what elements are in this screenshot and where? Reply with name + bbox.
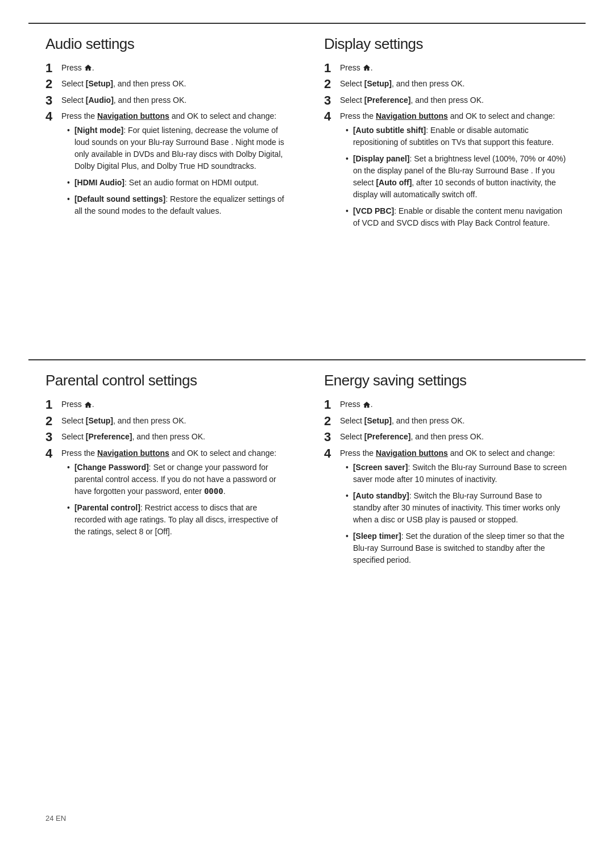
display-step-4-content: Press the Navigation buttons and OK to s… xyxy=(340,110,569,234)
audio-step-3: 3 Select [Audio], and then press OK. xyxy=(45,94,290,108)
audio-bullet-1-text: [Night mode]: For quiet listening, decre… xyxy=(74,124,290,172)
parental-bullet-2: [Parental control]: Restrict access to d… xyxy=(67,502,290,538)
audio-step-3-content: Select [Audio], and then press OK. xyxy=(61,94,186,106)
energy-settings-title: Energy saving settings xyxy=(324,372,569,389)
home-icon-energy xyxy=(363,401,371,409)
step-number-2: 2 xyxy=(45,77,61,92)
energy-bullet-2: [Auto standby]: Switch the Blu-ray Surro… xyxy=(346,490,569,526)
audio-settings-title: Audio settings xyxy=(45,35,290,53)
audio-step-1: 1 Press . xyxy=(45,62,290,76)
parental-step-number-1: 1 xyxy=(45,397,61,412)
parental-bullet-1: [Change Password]: Set or change your pa… xyxy=(67,462,290,497)
display-bullet-2: [Display panel]: Set a brightness level … xyxy=(346,153,569,201)
energy-step-4: 4 Press the Navigation buttons and OK to… xyxy=(324,447,569,571)
display-bullet-list: [Auto subtitle shift]: Enable or disable… xyxy=(346,124,569,229)
audio-bullet-3: [Default sound settings]: Restore the eq… xyxy=(67,193,290,217)
parental-step-2-content: Select [Setup], and then press OK. xyxy=(61,415,186,427)
display-settings-section: Display settings 1 Press . 2 Select [Set… xyxy=(307,23,586,359)
home-icon-display xyxy=(363,64,371,72)
energy-step-number-1: 1 xyxy=(324,397,340,412)
parental-step-1: 1 Press . xyxy=(45,398,290,412)
audio-step-4-content: Press the Navigation buttons and OK to s… xyxy=(61,110,290,222)
energy-step-2: 2 Select [Setup], and then press OK. xyxy=(324,415,569,429)
step-number-3: 3 xyxy=(45,93,61,108)
display-bullet-2-text: [Display panel]: Set a brightness level … xyxy=(353,153,569,201)
display-step-4: 4 Press the Navigation buttons and OK to… xyxy=(324,110,569,234)
parental-step-3: 3 Select [Preference], and then press OK… xyxy=(45,431,290,445)
display-steps-list: 1 Press . 2 Select [Setup], and then pre… xyxy=(324,62,569,234)
display-step-1: 1 Press . xyxy=(324,62,569,76)
audio-bullet-2-text: [HDMI Audio]: Set an audio format on HDM… xyxy=(74,177,259,189)
parental-settings-section: Parental control settings 1 Press . 2 Se… xyxy=(28,359,307,696)
parental-bullet-2-text: [Parental control]: Restrict access to d… xyxy=(74,502,290,538)
energy-step-number-3: 3 xyxy=(324,430,340,445)
audio-steps-list: 1 Press . 2 Select [Setup], and then pre… xyxy=(45,62,290,222)
energy-bullet-3-text: [Sleep timer]: Set the duration of the s… xyxy=(353,530,569,566)
audio-step-4: 4 Press the Navigation buttons and OK to… xyxy=(45,110,290,222)
parental-step-number-2: 2 xyxy=(45,414,61,429)
page-number: 24 EN xyxy=(45,814,66,823)
parental-steps-list: 1 Press . 2 Select [Setup], and then pre… xyxy=(45,398,290,542)
display-step-3-content: Select [Preference], and then press OK. xyxy=(340,94,484,106)
step-number-1: 1 xyxy=(45,61,61,76)
energy-bullet-3: [Sleep timer]: Set the duration of the s… xyxy=(346,530,569,566)
audio-bullet-list: [Night mode]: For quiet listening, decre… xyxy=(67,124,290,217)
audio-bullet-1: [Night mode]: For quiet listening, decre… xyxy=(67,124,290,172)
energy-bullet-list: [Screen saver]: Switch the Blu-ray Surro… xyxy=(346,462,569,566)
energy-bullet-1-text: [Screen saver]: Switch the Blu-ray Surro… xyxy=(353,462,569,485)
display-step-1-content: Press . xyxy=(340,62,373,74)
parental-step-2: 2 Select [Setup], and then press OK. xyxy=(45,415,290,429)
parental-step-4: 4 Press the Navigation buttons and OK to… xyxy=(45,447,290,542)
home-icon xyxy=(84,64,92,72)
energy-step-3: 3 Select [Preference], and then press OK… xyxy=(324,431,569,445)
display-step-number-2: 2 xyxy=(324,77,340,92)
home-icon-parental xyxy=(84,401,92,409)
display-step-number-4: 4 xyxy=(324,109,340,124)
parental-step-3-content: Select [Preference], and then press OK. xyxy=(61,431,205,443)
display-step-number-3: 3 xyxy=(324,93,340,108)
energy-bullet-2-text: [Auto standby]: Switch the Blu-ray Surro… xyxy=(353,490,569,526)
parental-step-1-content: Press . xyxy=(61,398,94,410)
energy-bullet-1: [Screen saver]: Switch the Blu-ray Surro… xyxy=(346,462,569,485)
step-number-4: 4 xyxy=(45,109,61,124)
display-step-number-1: 1 xyxy=(324,61,340,76)
display-bullet-3-text: [VCD PBC]: Enable or disable the content… xyxy=(353,205,569,229)
parental-settings-title: Parental control settings xyxy=(45,372,290,389)
energy-settings-section: Energy saving settings 1 Press . 2 Selec… xyxy=(307,359,586,696)
parental-bullet-list: [Change Password]: Set or change your pa… xyxy=(67,462,290,538)
energy-step-1-content: Press . xyxy=(340,398,373,410)
display-bullet-1-text: [Auto subtitle shift]: Enable or disable… xyxy=(353,124,569,148)
display-bullet-3: [VCD PBC]: Enable or disable the content… xyxy=(346,205,569,229)
energy-step-1: 1 Press . xyxy=(324,398,569,412)
audio-settings-section: Audio settings 1 Press . 2 Select [Setup… xyxy=(28,23,307,359)
parental-step-number-4: 4 xyxy=(45,446,61,461)
display-bullet-1: [Auto subtitle shift]: Enable or disable… xyxy=(346,124,569,148)
energy-step-2-content: Select [Setup], and then press OK. xyxy=(340,415,464,427)
parental-step-4-content: Press the Navigation buttons and OK to s… xyxy=(61,447,290,542)
energy-step-3-content: Select [Preference], and then press OK. xyxy=(340,431,484,443)
audio-step-2-content: Select [Setup], and then press OK. xyxy=(61,78,186,90)
audio-bullet-3-text: [Default sound settings]: Restore the eq… xyxy=(74,193,290,217)
parental-step-number-3: 3 xyxy=(45,430,61,445)
page-footer: 24 EN xyxy=(28,696,586,834)
display-step-2-content: Select [Setup], and then press OK. xyxy=(340,78,464,90)
audio-step-1-content: Press . xyxy=(61,62,94,74)
energy-step-4-content: Press the Navigation buttons and OK to s… xyxy=(340,447,569,571)
energy-steps-list: 1 Press . 2 Select [Setup], and then pre… xyxy=(324,398,569,570)
energy-step-number-4: 4 xyxy=(324,446,340,461)
audio-step-2: 2 Select [Setup], and then press OK. xyxy=(45,78,290,92)
parental-bullet-1-text: [Change Password]: Set or change your pa… xyxy=(74,462,290,497)
display-settings-title: Display settings xyxy=(324,35,569,53)
audio-bullet-2: [HDMI Audio]: Set an audio format on HDM… xyxy=(67,177,290,189)
display-step-2: 2 Select [Setup], and then press OK. xyxy=(324,78,569,92)
energy-step-number-2: 2 xyxy=(324,414,340,429)
display-step-3: 3 Select [Preference], and then press OK… xyxy=(324,94,569,108)
